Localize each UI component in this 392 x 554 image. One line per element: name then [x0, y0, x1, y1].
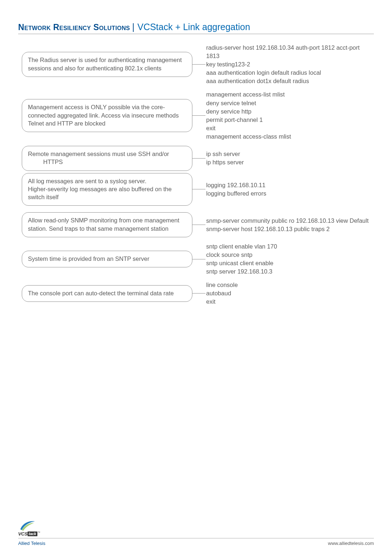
section-management-access: Management access is ONLY possible via t… — [18, 90, 374, 141]
content-area: The Radius server is used for authentica… — [18, 44, 374, 306]
config-text: snmp-server community public ro 192.168.… — [205, 217, 369, 233]
desc-box: System time is provided from an SNTP ser… — [22, 251, 192, 267]
desc-box: Remote management sessions must use SSH … — [22, 146, 192, 171]
desc-box: The Radius server is used for authentica… — [22, 52, 192, 77]
desc-box: Management access is ONLY possible via t… — [22, 99, 192, 132]
header-title-right: VCStack + Link aggregation — [137, 22, 250, 32]
desc-text: System time is provided from an SNTP ser… — [28, 255, 149, 262]
connector-line — [192, 115, 205, 116]
page-header: Network Resiliency Solutions | VCStack +… — [18, 22, 374, 34]
connector-line — [192, 225, 205, 225]
desc-text: All log messages are sent to a syslog se… — [28, 178, 172, 201]
connector-line — [192, 259, 205, 259]
desc-text: Remote management sessions must use SSH … — [28, 151, 169, 157]
config-text: management access-list mlist deny servic… — [205, 90, 291, 141]
footer-company: Allied Telesis — [18, 541, 45, 546]
swoosh-icon — [20, 520, 36, 531]
logo-tack: tack — [28, 532, 37, 536]
desc-text: Allow read-only SNMP monitoring from one… — [28, 217, 179, 231]
config-text: line console autobaud exit — [205, 281, 238, 306]
config-text: sntp client enable vlan 170 clock source… — [205, 242, 277, 276]
config-text: radius-server host 192.168.10.34 auth-po… — [205, 44, 374, 85]
config-text: logging 192.168.10.11 logging buffered e… — [205, 181, 266, 198]
header-title-left: Network Resiliency Solutions — [18, 22, 130, 32]
connector-line — [192, 158, 205, 159]
section-snmp: Allow read-only SNMP monitoring from one… — [18, 212, 374, 237]
logo-text: VCStack™ — [18, 531, 40, 537]
section-logging: All log messages are sent to a syslog se… — [18, 173, 374, 206]
desc-box: The console port can auto-detect the ter… — [22, 285, 192, 302]
footer-url: www.alliedtelesis.com — [328, 541, 374, 546]
connector-line — [192, 64, 205, 65]
page-footer: Allied Telesis www.alliedtelesis.com — [18, 538, 374, 546]
desc-text-extra: HTTPS — [28, 158, 186, 166]
logo-vc: VCS — [18, 531, 28, 537]
desc-box: Allow read-only SNMP monitoring from one… — [22, 212, 192, 237]
section-ssh-https: Remote management sessions must use SSH … — [18, 146, 374, 171]
connector-line — [192, 189, 205, 189]
section-sntp: System time is provided from an SNTP ser… — [18, 242, 374, 276]
desc-text: The Radius server is used for authentica… — [28, 57, 182, 71]
desc-box: All log messages are sent to a syslog se… — [22, 173, 192, 206]
desc-text: The console port can auto-detect the ter… — [28, 290, 174, 296]
config-text: ip ssh server ip https server — [205, 150, 244, 167]
section-radius: The Radius server is used for authentica… — [18, 44, 374, 85]
desc-text: Management access is ONLY possible via t… — [28, 104, 179, 127]
header-separator: | — [132, 22, 135, 32]
connector-line — [192, 293, 205, 294]
vcstack-logo: VCStack™ — [18, 519, 44, 537]
section-console: The console port can auto-detect the ter… — [18, 281, 374, 306]
logo-tm: ™ — [38, 531, 40, 534]
